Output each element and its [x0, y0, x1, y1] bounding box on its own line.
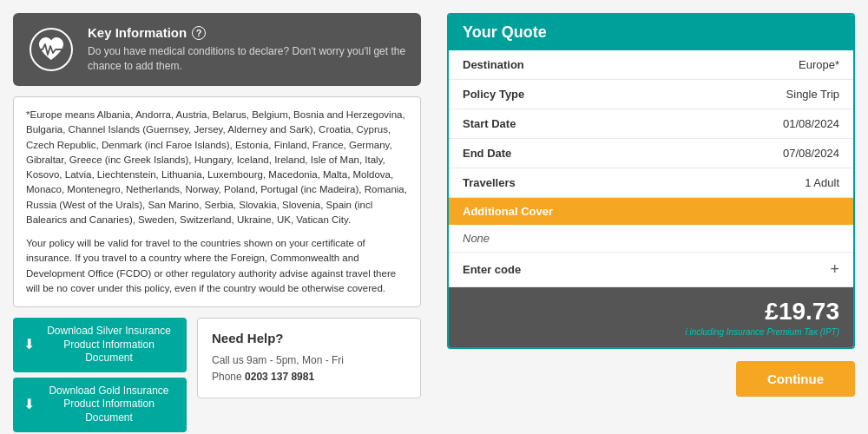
continue-row: Continue [447, 361, 855, 397]
end-date-value: 07/08/2024 [783, 147, 839, 160]
phone-number[interactable]: 0203 137 8981 [245, 371, 314, 383]
download-gold-label: Download Gold InsuranceProduct Informati… [42, 385, 176, 425]
additional-cover-value: None [449, 225, 853, 253]
destination-label: Destination [463, 58, 524, 71]
key-info-description: Do you have medical conditions to declar… [88, 44, 407, 74]
info-icon[interactable]: ? [192, 26, 206, 40]
right-panel: Your Quote Destination Europe* Policy Ty… [434, 0, 868, 434]
destination-value: Europe* [799, 58, 839, 71]
key-info-title: Key Information ? [88, 25, 407, 40]
download-silver-button[interactable]: ⬇ Download Silver InsuranceProduct Infor… [13, 318, 187, 372]
start-date-label: Start Date [463, 117, 516, 130]
quote-row-end-date: End Date 07/08/2024 [449, 139, 853, 168]
download-silver-icon: ⬇ [23, 336, 35, 354]
download-gold-icon: ⬇ [23, 396, 35, 414]
need-help-line1: Call us 9am - 5pm, Mon - Fri [212, 352, 406, 369]
quote-row-start-date: Start Date 01/08/2024 [449, 109, 853, 139]
need-help-box: Need Help? Call us 9am - 5pm, Mon - Fri … [197, 318, 421, 398]
continue-button[interactable]: Continue [736, 361, 855, 397]
price-subtext: i including Insurance Premium Tax (IPT) [463, 327, 839, 337]
phone-label: Phone [212, 371, 242, 383]
key-info-box: Key Information ? Do you have medical co… [13, 13, 421, 86]
enter-code-row[interactable]: Enter code + [449, 253, 853, 287]
buttons-row: ⬇ Download Silver InsuranceProduct Infor… [13, 318, 421, 434]
quote-box: Your Quote Destination Europe* Policy Ty… [447, 13, 855, 349]
europe-note-paragraph1: *Europe means Albania, Andorra, Austria,… [26, 108, 408, 227]
price-amount: £19.73 [463, 298, 839, 326]
need-help-title: Need Help? [212, 331, 406, 345]
download-buttons: ⬇ Download Silver InsuranceProduct Infor… [13, 318, 187, 434]
key-info-text: Key Information ? Do you have medical co… [88, 25, 407, 74]
price-subtext-icon: i [686, 327, 687, 337]
enter-code-label: Enter code [463, 263, 521, 276]
quote-row-destination: Destination Europe* [449, 50, 853, 80]
travellers-label: Travellers [463, 176, 516, 189]
quote-row-policy-type: Policy Type Single Trip [449, 80, 853, 109]
plus-icon[interactable]: + [830, 260, 839, 279]
left-panel: Key Information ? Do you have medical co… [0, 0, 434, 434]
need-help-phone: Phone 0203 137 8981 [212, 369, 406, 385]
start-date-value: 01/08/2024 [783, 117, 839, 130]
quote-row-travellers: Travellers 1 Adult [449, 168, 853, 198]
additional-cover-header: Additional Cover [449, 198, 853, 225]
end-date-label: End Date [463, 147, 511, 160]
europe-note-box: *Europe means Albania, Andorra, Austria,… [13, 96, 421, 307]
policy-type-label: Policy Type [463, 88, 524, 101]
travellers-value: 1 Adult [805, 176, 839, 189]
policy-type-value: Single Trip [786, 88, 839, 101]
heart-monitor-icon [27, 25, 76, 74]
europe-note-paragraph2: Your policy will be valid for travel to … [26, 236, 408, 296]
price-row: £19.73 i including Insurance Premium Tax… [449, 287, 853, 347]
price-subtext-text: including Insurance Premium Tax (IPT) [690, 327, 839, 337]
download-gold-button[interactable]: ⬇ Download Gold InsuranceProduct Informa… [13, 378, 187, 432]
quote-header: Your Quote [449, 15, 853, 50]
download-silver-label: Download Silver InsuranceProduct Informa… [42, 325, 176, 365]
